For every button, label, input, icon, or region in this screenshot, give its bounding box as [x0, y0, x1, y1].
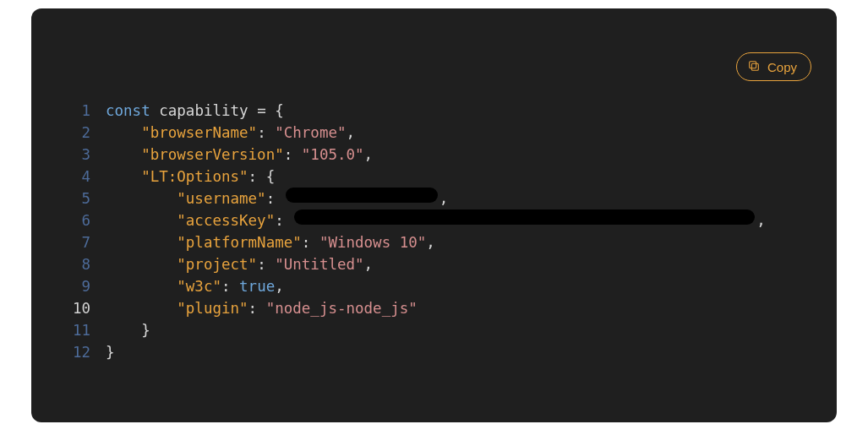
code-line: 1 const capability = {: [57, 100, 811, 122]
screenshot-frame: Copy 1 const capability = { 2 "browserNa…: [0, 0, 868, 435]
token-string: "Chrome": [275, 122, 346, 144]
token-key: "project": [177, 253, 257, 275]
code-line: 10 "plugin": "node_js-node_js": [57, 297, 811, 319]
token-indent: [106, 275, 177, 297]
line-number: 11: [57, 319, 106, 341]
token-identifier: capability: [159, 100, 248, 122]
token-brace: }: [141, 319, 150, 341]
token-string: "node_js-node_js": [266, 297, 418, 319]
token-indent: [106, 122, 141, 144]
token-key: "LT:Options": [141, 166, 248, 188]
line-number: 6: [57, 209, 106, 231]
code-line: 3 "browserVersion": "105.0",: [57, 144, 811, 166]
line-number: 7: [57, 231, 106, 253]
token-comma: ,: [426, 231, 435, 253]
code-line: 11 }: [57, 319, 811, 341]
token-colon: :: [257, 253, 275, 275]
code-line: 5 "username": ,: [57, 188, 811, 209]
code-line: 4 "LT:Options": {: [57, 166, 811, 188]
token-indent: [106, 253, 177, 275]
token-key: "username": [177, 188, 265, 209]
code-line: 9 "w3c": true,: [57, 275, 811, 297]
token-comma: ,: [756, 209, 766, 231]
token-indent: [106, 188, 177, 209]
code-line: 7 "platformName": "Windows 10",: [57, 231, 811, 253]
token-key: "browserName": [141, 122, 257, 144]
line-number: 1: [57, 100, 106, 122]
token-indent: [106, 209, 177, 231]
line-number: 8: [57, 253, 106, 275]
token-indent: [106, 231, 177, 253]
token-colon: :: [266, 188, 284, 209]
token-key: "platformName": [177, 231, 302, 253]
line-number: 12: [57, 341, 106, 363]
token-indent: [106, 144, 141, 166]
line-number: 10: [57, 297, 106, 319]
token-comma: ,: [347, 122, 356, 144]
token-indent: [106, 166, 141, 188]
token-colon: :: [275, 209, 292, 231]
token-comma: ,: [275, 275, 284, 297]
token-string: "Windows 10": [319, 231, 426, 253]
code-line: 6 "accessKey": ,: [57, 209, 811, 231]
token-key: "accessKey": [177, 209, 275, 231]
copy-icon: [747, 59, 761, 75]
token-key: "browserVersion": [141, 144, 284, 166]
token-string: "105.0": [302, 144, 364, 166]
token-keyword: const: [106, 100, 150, 122]
code-block: Copy 1 const capability = { 2 "browserNa…: [31, 8, 837, 422]
token-colon: :: [284, 144, 302, 166]
svg-rect-0: [751, 63, 758, 70]
token-boolean: true: [239, 275, 275, 297]
token-brace: }: [106, 341, 115, 363]
code-line: 8 "project": "Untitled",: [57, 253, 811, 275]
copy-button-label: Copy: [767, 60, 797, 74]
token-key: "plugin": [177, 297, 248, 319]
line-number: 2: [57, 122, 106, 144]
line-number: 4: [57, 166, 106, 188]
line-number: 5: [57, 188, 106, 209]
code-line: 2 "browserName": "Chrome",: [57, 122, 811, 144]
token-string: "Untitled": [275, 253, 363, 275]
code-area[interactable]: 1 const capability = { 2 "browserName": …: [57, 100, 811, 363]
token-space: [150, 100, 160, 122]
token-indent: [106, 297, 177, 319]
copy-button[interactable]: Copy: [736, 52, 811, 81]
token-punct: = {: [248, 100, 284, 122]
redacted-value: [294, 209, 755, 225]
token-indent: [106, 319, 141, 341]
code-line: 12 }: [57, 341, 811, 363]
token-colon: :: [221, 275, 239, 297]
token-comma: ,: [364, 144, 374, 166]
token-colon: :: [302, 231, 319, 253]
line-number: 3: [57, 144, 106, 166]
token-comma: ,: [439, 188, 449, 209]
svg-rect-1: [750, 61, 756, 68]
token-colon: : {: [248, 166, 276, 188]
token-key: "w3c": [177, 275, 221, 297]
redacted-value: [286, 188, 438, 203]
token-comma: ,: [364, 253, 374, 275]
token-colon: :: [248, 297, 266, 319]
token-colon: :: [257, 122, 275, 144]
line-number: 9: [57, 275, 106, 297]
